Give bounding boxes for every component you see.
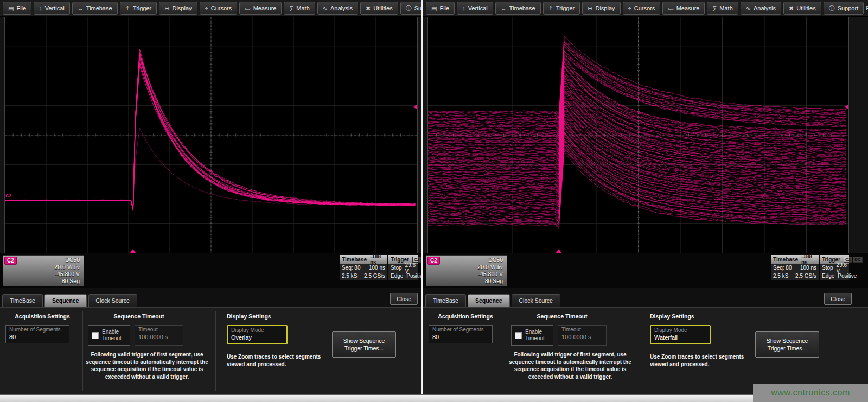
- show-sequence-trigger-times-button[interactable]: Show SequenceTrigger Times...: [755, 331, 819, 358]
- timebase-summary-box[interactable]: Timebase-188 nsSeq: 80100 ns2.5 kS2.5 GS…: [340, 255, 387, 280]
- info-boxes: Timebase-188 nsSeq: 80100 ns2.5 kS2.5 GS…: [340, 255, 418, 280]
- channel-descriptor-box[interactable]: C2DC5020.0 V/div-45.800 V80 Seg: [426, 255, 507, 286]
- show-button-line2: Trigger Times...: [344, 344, 384, 352]
- menu-trigger-button[interactable]: ↥Trigger: [120, 2, 157, 15]
- file-icon: ▤: [431, 5, 437, 12]
- trigger-edge-icon: ↥: [548, 5, 553, 12]
- menu-item-label: Cursors: [634, 5, 655, 11]
- menu-utilities-button[interactable]: ✖Utilities: [783, 2, 821, 15]
- checkbox-icon[interactable]: [92, 332, 99, 339]
- display-mode-combo[interactable]: Display ModeWaterfall: [650, 325, 711, 344]
- channel-descriptor-box[interactable]: C2DC5020.0 V/div-45.800 V80 Seg: [3, 255, 84, 286]
- menu-timebase-button[interactable]: ↔Timebase: [72, 2, 118, 15]
- number-of-segments-field[interactable]: Number of Segments80: [5, 325, 69, 343]
- menu-item-label: Display: [595, 5, 615, 11]
- menu-vertical-button[interactable]: ↕Vertical: [34, 2, 70, 15]
- display-mode-value: Overlay: [231, 334, 283, 341]
- timeout-field[interactable]: Timeout100.0000 s: [135, 325, 183, 346]
- menu-timebase-button[interactable]: ↔Timebase: [495, 2, 541, 15]
- enable-timeout-checkbox[interactable]: EnableTimeout: [511, 325, 553, 346]
- menu-item-label: Math: [719, 5, 732, 11]
- trigger-level-marker-icon[interactable]: [845, 104, 848, 110]
- timebase-cell: 2.5 kS: [773, 273, 788, 279]
- tab-sequence[interactable]: Sequence: [44, 294, 87, 307]
- trace-segment: [428, 51, 846, 126]
- tools-icon: ✖: [789, 5, 794, 12]
- trigger-time-marker-icon[interactable]: [130, 249, 136, 253]
- menu-item-label: Display: [172, 5, 192, 11]
- display-mode-combo[interactable]: Display ModeOverlay: [227, 325, 288, 344]
- menu-display-button[interactable]: ⊟Display: [582, 2, 620, 15]
- channel-scale: 20.0 V/div: [430, 264, 503, 271]
- status-strip: C2DC5020.0 V/div-45.800 V80 SegTimebase-…: [0, 253, 421, 288]
- menu-file-button[interactable]: ▤File: [3, 2, 31, 15]
- menu-trigger-button[interactable]: ↥Trigger: [543, 2, 580, 15]
- timebase-value: -188 ns: [370, 253, 385, 265]
- scope-panel-overlay: ▤File↕Vertical↔Timebase↥Trigger⊟Display⌖…: [0, 0, 421, 402]
- waveform-plot: [428, 17, 848, 253]
- trigger-cell: Positive: [838, 273, 857, 279]
- tab-sequence[interactable]: Sequence: [468, 294, 510, 307]
- timeout-note: Following valid trigger of first segment…: [506, 351, 635, 380]
- timebase-summary-box[interactable]: Timebase-188 nsSeq: 80100 ns2.5 kS2.5 GS…: [771, 255, 819, 280]
- trace-segment: [428, 127, 846, 205]
- trigger-summary-box[interactable]: TriggerC2DCStop29.6 VEdgePositive: [388, 255, 418, 280]
- channel-segments: 80 Seg: [7, 278, 80, 285]
- menu-math-button[interactable]: ∑Math: [707, 2, 738, 15]
- trigger-level-marker-icon[interactable]: [413, 104, 417, 110]
- show-button-line2: Trigger Times...: [768, 344, 807, 352]
- timeout-field[interactable]: Timeout100.0000 s: [558, 325, 607, 346]
- trigger-cell: Stop: [391, 265, 402, 271]
- trace-segment: [5, 128, 415, 207]
- menu-item-label: Analysis: [754, 5, 776, 11]
- menu-support-button[interactable]: ⓘSupport: [824, 2, 864, 15]
- menu-measure-button[interactable]: ▭Measure: [662, 2, 705, 15]
- display-icon: ⊟: [588, 5, 592, 12]
- calculator-icon: ∑: [712, 5, 717, 11]
- tab-clock-source[interactable]: Clock Source: [512, 294, 560, 307]
- trace-segment: [5, 59, 415, 208]
- menu-cursors-button[interactable]: ⌖Cursors: [200, 2, 238, 15]
- tab-timebase[interactable]: TimeBase: [425, 294, 466, 307]
- timebase-cell: 2.5 GS/s: [795, 273, 816, 279]
- close-button[interactable]: Close: [390, 293, 418, 305]
- timebase-cell: 2.5 kS: [342, 273, 357, 279]
- tab-timebase[interactable]: TimeBase: [2, 294, 43, 307]
- cursor-icon: ⌖: [205, 5, 208, 12]
- menu-item-label: Cursors: [211, 5, 232, 11]
- trace-segment: [428, 40, 846, 118]
- file-icon: ▤: [8, 5, 14, 12]
- enable-timeout-line2: Timeout: [525, 335, 545, 342]
- channel-badge: C2: [4, 257, 17, 265]
- waveform-plot: [5, 17, 417, 253]
- waveform-icon: ∿: [746, 5, 751, 12]
- menu-utilities-button[interactable]: ✖Utilities: [360, 2, 398, 15]
- menu-math-button[interactable]: ∑Math: [284, 2, 315, 15]
- horizontal-arrows-icon: ↔: [78, 5, 84, 11]
- trigger-summary-row: EdgePositive: [820, 272, 849, 280]
- checkbox-icon[interactable]: [515, 332, 522, 339]
- menu-analysis-button[interactable]: ∿Analysis: [741, 2, 781, 15]
- trigger-summary-box[interactable]: TriggerC2DCStop29.6 VEdgePositive: [820, 255, 849, 280]
- menu-measure-button[interactable]: ▭Measure: [239, 2, 282, 15]
- menu-file-button[interactable]: ▤File: [426, 2, 455, 15]
- enable-timeout-checkbox[interactable]: EnableTimeout: [88, 325, 130, 346]
- menu-cursors-button[interactable]: ⌖Cursors: [623, 2, 661, 15]
- menu-item-label: File: [439, 5, 449, 11]
- trigger-time-marker-icon[interactable]: [556, 249, 561, 253]
- reset-button[interactable]: Reset: [866, 5, 868, 11]
- scope-panel-waterfall: ▤File↕Vertical↔Timebase↥Trigger⊟Display⌖…: [423, 0, 868, 402]
- menu-display-button[interactable]: ⊟Display: [159, 2, 197, 15]
- tools-icon: ✖: [366, 5, 371, 12]
- tab-clock-source[interactable]: Clock Source: [88, 294, 137, 307]
- number-of-segments-label: Number of Segments: [432, 327, 489, 333]
- horizontal-arrows-icon: ↔: [501, 5, 507, 11]
- menu-analysis-button[interactable]: ∿Analysis: [317, 2, 358, 15]
- menu-item-label: Trigger: [133, 5, 151, 11]
- menu-vertical-button[interactable]: ↕Vertical: [457, 2, 493, 15]
- close-button[interactable]: Close: [824, 293, 852, 305]
- timebase-summary-row: 2.5 kS2.5 GS/s: [340, 272, 387, 280]
- menu-item-label: Timebase: [86, 5, 112, 11]
- number-of-segments-field[interactable]: Number of Segments80: [429, 325, 493, 343]
- show-sequence-trigger-times-button[interactable]: Show SequenceTrigger Times...: [332, 331, 396, 358]
